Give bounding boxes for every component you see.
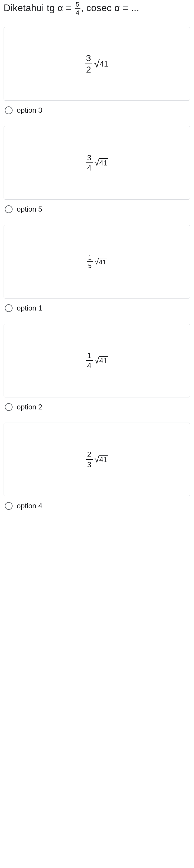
question-fraction: 5 4: [74, 1, 81, 16]
fraction-numerator: 1: [86, 351, 92, 361]
fraction-numerator: 5: [75, 1, 80, 9]
option-image-card: 3 2 √ 41: [4, 27, 190, 101]
fraction-numerator: 2: [86, 451, 92, 460]
option-label: option 3: [17, 106, 42, 115]
option-block: 1 4 √ 41 option 2: [4, 324, 190, 411]
math-expression: 2 3 √ 41: [86, 451, 108, 468]
radio-icon[interactable]: [5, 403, 12, 411]
form-container: Diketahui tg α = 5 4 , cosec α = ... 3 2…: [0, 0, 194, 868]
option-block: 2 3 √ 41 option 4: [4, 423, 190, 510]
radio-icon[interactable]: [5, 304, 12, 312]
option-block: 3 2 √ 41 option 3: [4, 27, 190, 115]
fraction-denominator: 5: [87, 262, 93, 269]
option-label: option 5: [17, 205, 42, 213]
radicand: 41: [99, 356, 108, 365]
fraction-denominator: 3: [86, 460, 92, 468]
question-prefix: Diketahui tg α =: [4, 2, 71, 13]
math-expression: 3 2 √ 41: [85, 54, 109, 74]
option-image-card: 3 4 √ 41: [4, 126, 190, 199]
radio-icon[interactable]: [5, 205, 12, 213]
square-root: √ 41: [94, 258, 107, 266]
fraction-numerator: 3: [86, 154, 92, 163]
coefficient-fraction: 2 3: [86, 451, 92, 468]
option-label: option 1: [17, 304, 42, 312]
coefficient-fraction: 1 4: [86, 351, 92, 370]
option-label: option 2: [17, 403, 42, 411]
fraction-denominator: 4: [75, 9, 80, 16]
option-row[interactable]: option 5: [4, 199, 190, 213]
fraction-denominator: 4: [86, 361, 92, 370]
option-image-card: 1 4 √ 41: [4, 324, 190, 397]
coefficient-fraction: 3 4: [86, 154, 92, 172]
question-text: Diketahui tg α = 5 4 , cosec α = ...: [4, 0, 190, 27]
question-suffix: , cosec α = ...: [81, 2, 139, 13]
square-root: √ 41: [94, 455, 108, 464]
option-row[interactable]: option 3: [4, 101, 190, 115]
radicand: 41: [99, 158, 108, 167]
option-block: 3 4 √ 41 option 5: [4, 126, 190, 213]
option-label: option 4: [17, 502, 42, 510]
math-expression: 1 5 √ 41: [87, 254, 107, 269]
fraction-denominator: 2: [85, 64, 92, 74]
option-image-card: 2 3 √ 41: [4, 423, 190, 496]
radicand: 41: [98, 258, 107, 266]
radio-icon[interactable]: [5, 502, 12, 510]
fraction-denominator: 4: [86, 163, 92, 172]
radicand: 41: [99, 455, 108, 463]
option-block: 1 5 √ 41 option 1: [4, 225, 190, 312]
radio-icon[interactable]: [5, 106, 12, 114]
coefficient-fraction: 3 2: [85, 54, 92, 74]
square-root: √ 41: [94, 158, 108, 167]
radicand: 41: [99, 59, 109, 68]
fraction-numerator: 1: [87, 254, 93, 262]
fraction-numerator: 3: [85, 54, 92, 64]
option-row[interactable]: option 4: [4, 496, 190, 510]
coefficient-fraction: 1 5: [87, 254, 93, 269]
option-row[interactable]: option 2: [4, 397, 190, 411]
square-root: √ 41: [94, 356, 108, 365]
option-row[interactable]: option 1: [4, 299, 190, 312]
option-image-card: 1 5 √ 41: [4, 225, 190, 299]
math-expression: 1 4 √ 41: [86, 351, 108, 370]
square-root: √ 41: [94, 59, 109, 69]
math-expression: 3 4 √ 41: [86, 154, 108, 172]
